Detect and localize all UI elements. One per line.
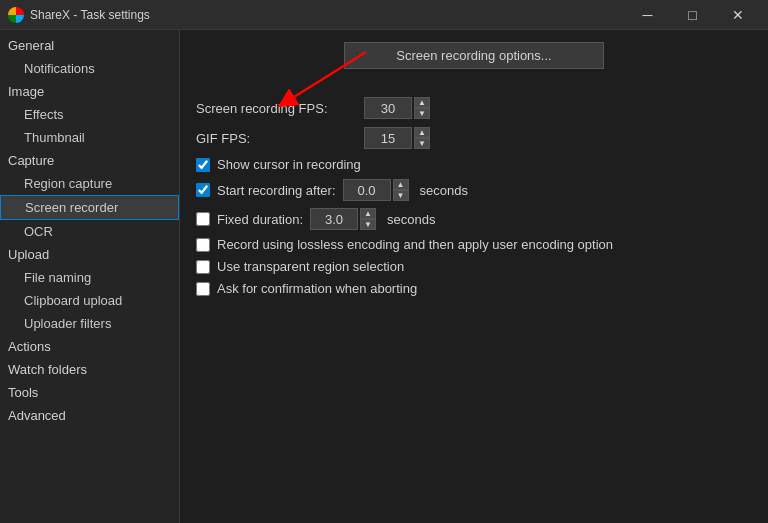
- start-recording-row: Start recording after: ▲ ▼ seconds: [196, 179, 752, 201]
- sidebar-item-screen-recorder[interactable]: Screen recorder: [0, 195, 179, 220]
- fixed-duration-checkbox[interactable]: [196, 212, 210, 226]
- gif-fps-spinner-btns: ▲ ▼: [414, 127, 430, 149]
- start-recording-unit: seconds: [420, 183, 468, 198]
- fixed-duration-unit: seconds: [387, 212, 435, 227]
- app-logo-icon: [8, 7, 24, 23]
- confirm-abort-row: Ask for confirmation when aborting: [196, 281, 752, 296]
- gif-fps-down-button[interactable]: ▼: [414, 138, 430, 149]
- gif-fps-label: GIF FPS:: [196, 131, 356, 146]
- show-cursor-checkbox[interactable]: [196, 158, 210, 172]
- recording-options-row: Screen recording options...: [196, 42, 752, 83]
- fixed-duration-input[interactable]: [310, 208, 358, 230]
- show-cursor-label: Show cursor in recording: [217, 157, 361, 172]
- title-bar-controls: ─ □ ✕: [625, 0, 760, 30]
- start-recording-down-button[interactable]: ▼: [393, 190, 409, 201]
- gif-fps-input[interactable]: [364, 127, 412, 149]
- sidebar-item-uploader-filters[interactable]: Uploader filters: [0, 312, 179, 335]
- lossless-label: Record using lossless encoding and then …: [217, 237, 613, 252]
- fixed-duration-row: Fixed duration: ▲ ▼ seconds: [196, 208, 752, 230]
- lossless-checkbox[interactable]: [196, 238, 210, 252]
- start-recording-label: Start recording after:: [217, 183, 336, 198]
- screen-fps-spinner-btns: ▲ ▼: [414, 97, 430, 119]
- sidebar-item-general[interactable]: General: [0, 34, 179, 57]
- content-wrapper: Screen recording options... Screen recor…: [196, 42, 752, 296]
- fixed-duration-down-button[interactable]: ▼: [360, 219, 376, 230]
- title-bar-title: ShareX - Task settings: [30, 8, 150, 22]
- sidebar-item-advanced[interactable]: Advanced: [0, 404, 179, 427]
- screen-fps-up-button[interactable]: ▲: [414, 97, 430, 108]
- start-recording-input[interactable]: [343, 179, 391, 201]
- minimize-button[interactable]: ─: [625, 0, 670, 30]
- start-recording-spinner: ▲ ▼: [343, 179, 409, 201]
- screen-fps-row: Screen recording FPS: ▲ ▼: [196, 97, 752, 119]
- content-area: Screen recording options... Screen recor…: [180, 30, 768, 523]
- fixed-duration-label: Fixed duration:: [217, 212, 303, 227]
- sidebar-item-effects[interactable]: Effects: [0, 103, 179, 126]
- screen-fps-spinner: ▲ ▼: [364, 97, 430, 119]
- sidebar: General Notifications Image Effects Thum…: [0, 30, 180, 523]
- sidebar-item-region-capture[interactable]: Region capture: [0, 172, 179, 195]
- screen-fps-label: Screen recording FPS:: [196, 101, 356, 116]
- gif-fps-row: GIF FPS: ▲ ▼: [196, 127, 752, 149]
- transparent-label: Use transparent region selection: [217, 259, 404, 274]
- sidebar-item-ocr[interactable]: OCR: [0, 220, 179, 243]
- maximize-button[interactable]: □: [670, 0, 715, 30]
- sidebar-item-actions[interactable]: Actions: [0, 335, 179, 358]
- fixed-duration-up-button[interactable]: ▲: [360, 208, 376, 219]
- start-recording-spinner-btns: ▲ ▼: [393, 179, 409, 201]
- sidebar-item-tools[interactable]: Tools: [0, 381, 179, 404]
- screen-fps-down-button[interactable]: ▼: [414, 108, 430, 119]
- sidebar-item-capture[interactable]: Capture: [0, 149, 179, 172]
- transparent-checkbox[interactable]: [196, 260, 210, 274]
- main-container: General Notifications Image Effects Thum…: [0, 30, 768, 523]
- gif-fps-spinner: ▲ ▼: [364, 127, 430, 149]
- screen-recording-options-button[interactable]: Screen recording options...: [344, 42, 604, 69]
- sidebar-item-clipboard-upload[interactable]: Clipboard upload: [0, 289, 179, 312]
- sidebar-item-thumbnail[interactable]: Thumbnail: [0, 126, 179, 149]
- sidebar-item-upload[interactable]: Upload: [0, 243, 179, 266]
- screen-fps-input[interactable]: [364, 97, 412, 119]
- confirm-abort-checkbox[interactable]: [196, 282, 210, 296]
- start-recording-up-button[interactable]: ▲: [393, 179, 409, 190]
- lossless-row: Record using lossless encoding and then …: [196, 237, 752, 252]
- fixed-duration-spinner-btns: ▲ ▼: [360, 208, 376, 230]
- sidebar-item-image[interactable]: Image: [0, 80, 179, 103]
- start-recording-checkbox[interactable]: [196, 183, 210, 197]
- sidebar-item-file-naming[interactable]: File naming: [0, 266, 179, 289]
- title-bar: ShareX - Task settings ─ □ ✕: [0, 0, 768, 30]
- sidebar-item-watch-folders[interactable]: Watch folders: [0, 358, 179, 381]
- sidebar-item-notifications[interactable]: Notifications: [0, 57, 179, 80]
- title-bar-left: ShareX - Task settings: [8, 7, 150, 23]
- close-button[interactable]: ✕: [715, 0, 760, 30]
- confirm-abort-label: Ask for confirmation when aborting: [217, 281, 417, 296]
- show-cursor-row: Show cursor in recording: [196, 157, 752, 172]
- transparent-row: Use transparent region selection: [196, 259, 752, 274]
- fixed-duration-spinner: ▲ ▼: [310, 208, 376, 230]
- gif-fps-up-button[interactable]: ▲: [414, 127, 430, 138]
